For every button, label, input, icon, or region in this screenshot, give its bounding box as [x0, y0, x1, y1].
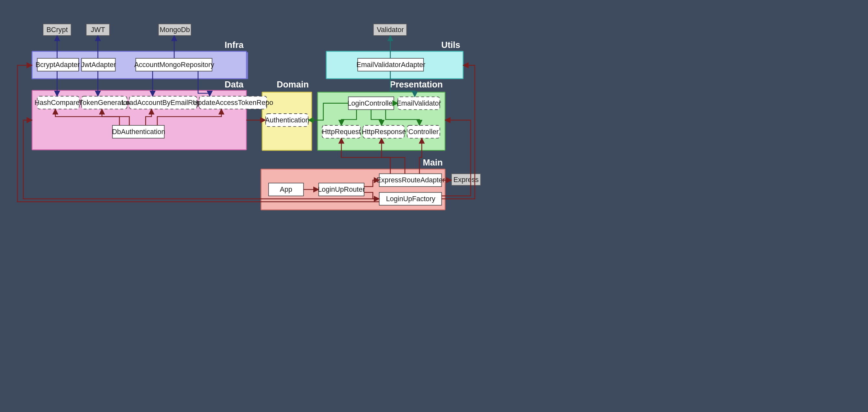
node-update-token-repo: UpdateAccessTokenRepo	[193, 96, 273, 109]
svg-text:BcryptAdapter: BcryptAdapter	[36, 61, 80, 69]
node-express: Express	[452, 174, 480, 185]
svg-text:EmailValidatorAdapter: EmailValidatorAdapter	[356, 61, 425, 69]
node-login-controller: LoginController	[347, 97, 395, 110]
architecture-diagram: Infra Data Domain Utils Presentation Mai…	[0, 0, 868, 412]
node-email-validator: EmailValidator	[397, 97, 441, 110]
node-authentication: Authentication	[265, 114, 309, 127]
node-mongodb: MongoDb	[159, 24, 191, 36]
svg-text:HttpResponse: HttpResponse	[362, 128, 406, 136]
svg-text:LoadAccountByEmailRepo: LoadAccountByEmailRepo	[122, 98, 205, 107]
svg-text:HttpRequest: HttpRequest	[322, 128, 361, 136]
svg-text:DbAuthentication: DbAuthentication	[112, 128, 165, 136]
node-db-authentication: DbAuthentication	[112, 125, 165, 138]
node-http-request: HttpRequest	[322, 125, 361, 138]
svg-text:Authentication: Authentication	[265, 116, 309, 124]
svg-text:HashComparer: HashComparer	[35, 98, 82, 107]
svg-text:Validator: Validator	[377, 26, 404, 34]
svg-text:JWT: JWT	[91, 26, 105, 34]
node-bcrypt-adapter: BcryptAdapter	[36, 58, 80, 71]
node-jwt: JWT	[86, 24, 110, 36]
node-login-up-factory: LoginUpFactory	[379, 193, 442, 205]
svg-text:EmailValidator: EmailValidator	[397, 99, 441, 107]
node-hash-comparer: HashComparer	[35, 96, 82, 109]
svg-text:LoginController: LoginController	[347, 99, 395, 107]
node-app: App	[269, 183, 304, 196]
layer-utils-title: Utils	[441, 40, 460, 50]
svg-text:JwtAdapter: JwtAdapter	[81, 61, 116, 69]
layer-data-title: Data	[225, 80, 244, 89]
node-account-mongo-repo: AccountMongoRepository	[134, 58, 214, 71]
svg-text:LoginUpRouter: LoginUpRouter	[318, 185, 365, 194]
node-bcrypt: BCrypt	[43, 24, 71, 36]
svg-text:UpdateAccessTokenRepo: UpdateAccessTokenRepo	[193, 98, 273, 107]
node-http-response: HttpResponse	[362, 125, 406, 138]
svg-text:ExpressRouteAdapter: ExpressRouteAdapter	[376, 176, 445, 184]
svg-text:MongoDb: MongoDb	[160, 26, 190, 34]
layer-infra-title: Infra	[225, 40, 244, 50]
svg-text:App: App	[280, 185, 292, 194]
node-controller: Controller	[407, 125, 440, 138]
node-load-account-repo: LoadAccountByEmailRepo	[122, 96, 205, 109]
layer-presentation-title: Presentation	[390, 80, 443, 89]
svg-text:BCrypt: BCrypt	[46, 26, 68, 34]
node-login-up-router: LoginUpRouter	[318, 183, 365, 196]
svg-text:LoginUpFactory: LoginUpFactory	[386, 195, 436, 203]
node-email-validator-adapter: EmailValidatorAdapter	[356, 58, 425, 71]
node-validator: Validator	[373, 24, 407, 36]
svg-text:Controller: Controller	[408, 128, 439, 136]
layer-domain-title: Domain	[277, 80, 309, 89]
node-express-route-adapter: ExpressRouteAdapter	[376, 174, 445, 186]
node-jwt-adapter: JwtAdapter	[81, 58, 116, 71]
layer-main-title: Main	[423, 158, 443, 168]
svg-text:AccountMongoRepository: AccountMongoRepository	[134, 61, 214, 69]
